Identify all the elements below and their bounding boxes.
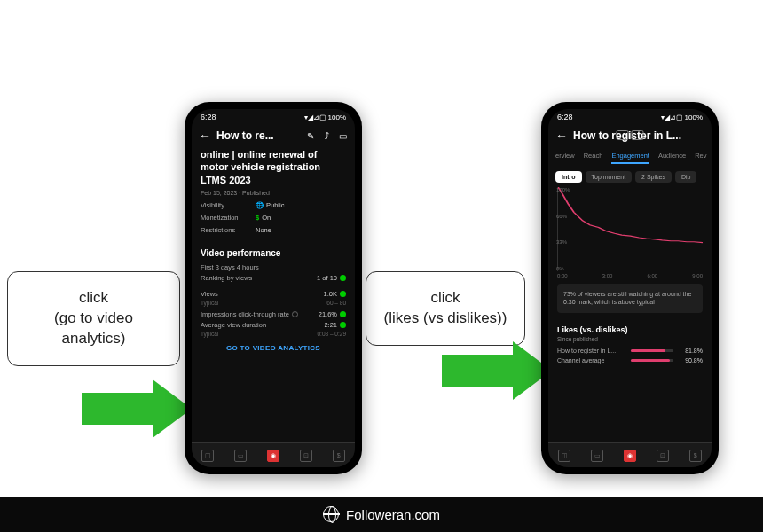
callout-text: (go to video analytics) (20, 309, 167, 349)
nav-analytics-icon[interactable]: ◉ (267, 450, 279, 462)
avd-label: Average view duration (201, 321, 266, 329)
visibility-row[interactable]: Visibility 🌐Public (201, 201, 346, 209)
status-signal-icon: ▾◢⊿▢ (661, 113, 683, 121)
analytics-tabs: erview Reach Engagement Audience Rev (548, 148, 712, 168)
page-title: How to re... (216, 129, 300, 142)
views-row[interactable]: Views 1.0K (201, 290, 346, 298)
visibility-value: Public (266, 201, 284, 209)
ctr-row[interactable]: Impressions click-through rate i 21.6% (201, 310, 346, 318)
ranking-row[interactable]: Ranking by views 1 of 10 (201, 274, 346, 282)
status-battery: 100% (328, 113, 346, 121)
phone-right: 6:28 ▾◢⊿▢ 100% ← How to register in L...… (541, 102, 719, 474)
retention-insight: 73% of viewers are still watching at aro… (557, 284, 703, 313)
restrictions-row: Restrictions None (201, 226, 346, 234)
arrow-left-body (82, 393, 153, 425)
likes-row-video: How to register in L... 81.8% (557, 348, 703, 354)
phone-screen: 6:28 ▾◢⊿▢ 100% ← How to register in L...… (548, 109, 712, 467)
globe-icon: 🌐 (256, 201, 264, 209)
footer: Followeran.com (0, 497, 763, 532)
bar-label: Channel average (557, 357, 626, 364)
likes-title: Likes (vs. dislikes) (557, 325, 703, 334)
views-value: 1.0K (324, 290, 337, 298)
tab-reach[interactable]: Reach (584, 152, 603, 164)
callout-right: click (likes (vs dislikes)) (366, 271, 525, 346)
tab-engagement[interactable]: Engagement (611, 152, 649, 164)
avd-value: 2:21 (324, 321, 337, 329)
nav-monetize-icon[interactable]: $ (689, 450, 702, 462)
status-bar: 6:28 ▾◢⊿▢ 100% (192, 109, 355, 123)
globe-icon (323, 506, 339, 522)
perf-window: First 3 days 4 hours (201, 263, 259, 271)
nav-content-icon[interactable]: ▭ (234, 450, 247, 462)
nav-monetize-icon[interactable]: $ (333, 450, 345, 462)
bar-value: 90.8% (678, 357, 703, 364)
nav-comments-icon[interactable]: ⊡ (657, 450, 669, 462)
bar-label: How to register in L... (557, 348, 626, 354)
likes-row-channel: Channel average 90.8% (557, 357, 703, 364)
avd-row[interactable]: Average view duration 2:21 (201, 321, 346, 329)
status-time: 6:28 (557, 113, 573, 121)
edit-icon[interactable]: ✎ (305, 130, 316, 141)
y-tick: 100% (556, 187, 570, 192)
tab-audience[interactable]: Audience (658, 152, 686, 164)
tab-revenue[interactable]: Rev (695, 152, 706, 164)
phone-left: 6:28 ▾◢⊿▢ 100% ← How to re... ✎ ⤴ ▭ onli… (185, 102, 362, 474)
share-icon[interactable]: ⤴ (321, 130, 332, 141)
back-icon[interactable]: ← (555, 129, 568, 143)
footer-site: Followeran.com (346, 507, 440, 522)
status-bar: 6:28 ▾◢⊿▢ 100% (548, 109, 712, 123)
pip-overlay[interactable] (617, 130, 644, 140)
nav-analytics-icon[interactable]: ◉ (624, 450, 636, 462)
likes-vs-dislikes-section[interactable]: Likes (vs. dislikes) Since published How… (548, 318, 712, 374)
bar-fill (631, 359, 670, 362)
y-tick: 33% (556, 239, 570, 245)
callout-text: click (20, 288, 167, 309)
typical-label: Typical (201, 331, 218, 337)
up-indicator-icon (340, 311, 346, 317)
chip-spikes[interactable]: 2 Spikes (635, 171, 672, 183)
status-signal-icon: ▾◢⊿▢ (304, 113, 326, 121)
bar-fill (631, 349, 665, 352)
chip-dip[interactable]: Dip (675, 171, 697, 183)
retention-chips: Intro Top moment 2 Spikes Dip (548, 168, 712, 187)
tab-overview[interactable]: erview (555, 152, 575, 164)
retention-chart[interactable]: 100% 66% 33% 0% (557, 187, 703, 271)
nav-comments-icon[interactable]: ⊡ (300, 450, 312, 462)
ranking-label: Ranking by views (201, 274, 252, 282)
info-icon[interactable]: i (292, 311, 298, 317)
dollar-icon: $ (256, 214, 259, 222)
ctr-label: Impressions click-through rate (201, 310, 289, 318)
performance-title: Video performance (201, 248, 346, 258)
cast-icon[interactable]: ▭ (337, 130, 348, 141)
y-tick: 66% (556, 214, 570, 219)
views-typical: 60 – 80 (326, 300, 346, 306)
x-tick: 0:00 (557, 273, 568, 278)
up-indicator-icon (340, 322, 346, 328)
y-tick: 0% (556, 266, 570, 271)
chip-intro[interactable]: Intro (555, 171, 582, 183)
callout-left: click (go to video analytics) (7, 271, 180, 366)
chip-top-moment[interactable]: Top moment (586, 171, 633, 183)
pip-enter-icon[interactable] (617, 130, 629, 140)
callout-text: (likes (vs dislikes)) (379, 309, 512, 329)
pip-play-icon[interactable] (632, 130, 644, 140)
monetization-row[interactable]: Monetization $On (201, 214, 346, 222)
go-to-analytics-link[interactable]: GO TO VIDEO ANALYTICS (201, 344, 346, 352)
restrictions-value: None (256, 226, 271, 234)
nav-content-icon[interactable]: ▭ (591, 450, 603, 462)
phone-screen: 6:28 ▾◢⊿▢ 100% ← How to re... ✎ ⤴ ▭ onli… (192, 109, 355, 467)
status-time: 6:28 (201, 113, 216, 121)
bottom-nav: ◫ ▭ ◉ ⊡ $ (548, 442, 712, 467)
likes-since: Since published (557, 336, 703, 342)
bottom-nav: ◫ ▭ ◉ ⊡ $ (192, 442, 355, 467)
page-header: ← How to re... ✎ ⤴ ▭ (192, 123, 355, 148)
avd-typical: 0:08 – 0:29 (317, 331, 346, 337)
back-icon[interactable]: ← (199, 129, 211, 143)
nav-dashboard-icon[interactable]: ◫ (558, 450, 570, 462)
nav-dashboard-icon[interactable]: ◫ (201, 450, 214, 462)
restrictions-label: Restrictions (201, 226, 248, 234)
up-indicator-icon (340, 291, 346, 297)
up-indicator-icon (340, 275, 346, 281)
x-tick: 6:00 (648, 273, 658, 278)
callout-text: click (379, 288, 512, 309)
